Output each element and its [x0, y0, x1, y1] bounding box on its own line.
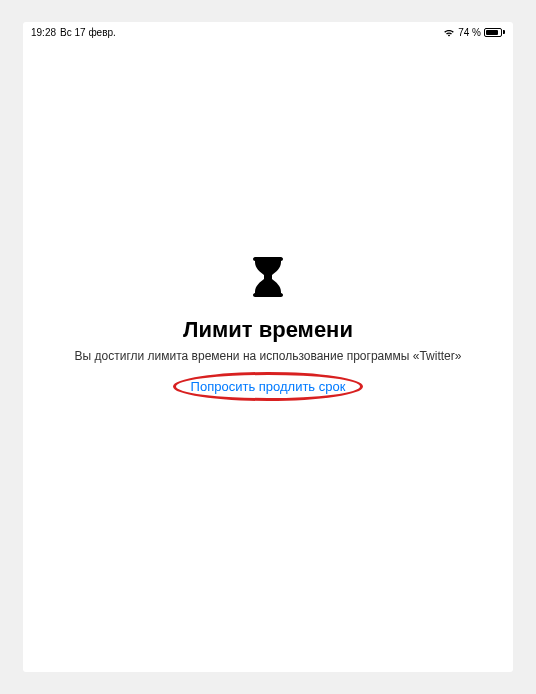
device-screen: 19:28 Вс 17 февр. 74 % Лимит времени Вы …: [23, 22, 513, 672]
time-limit-screen: Лимит времени Вы достигли лимита времени…: [23, 22, 513, 652]
limit-message: Вы достигли лимита времени на использова…: [75, 349, 462, 365]
request-extension-button[interactable]: Попросить продлить срок: [177, 374, 360, 399]
page-title: Лимит времени: [183, 317, 353, 343]
hourglass-icon: [251, 255, 285, 303]
request-button-wrap: Попросить продлить срок: [177, 374, 360, 399]
